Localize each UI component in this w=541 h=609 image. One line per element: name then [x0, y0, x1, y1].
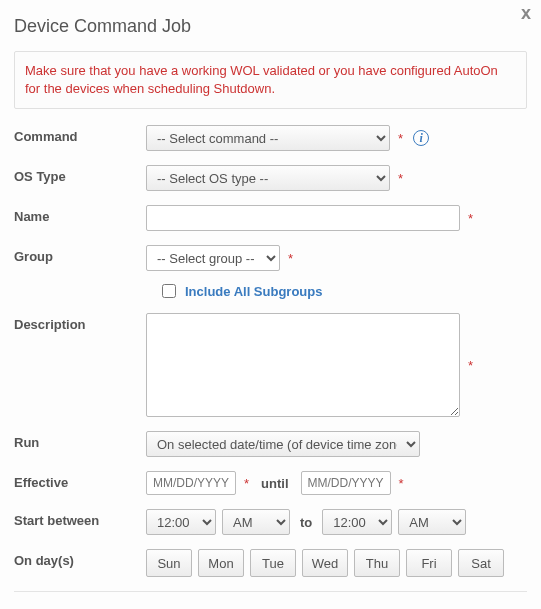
description-textarea[interactable]	[146, 313, 460, 417]
required-marker: *	[468, 358, 473, 373]
name-input[interactable]	[146, 205, 460, 231]
day-button-sat[interactable]: Sat	[458, 549, 504, 577]
required-marker: *	[244, 476, 249, 491]
os-type-label: OS Type	[14, 165, 146, 184]
day-button-thu[interactable]: Thu	[354, 549, 400, 577]
info-icon[interactable]: i	[413, 130, 429, 146]
day-button-sun[interactable]: Sun	[146, 549, 192, 577]
command-select[interactable]: -- Select command --	[146, 125, 390, 151]
form: Command -- Select command -- * i OS Type…	[14, 125, 527, 609]
day-button-tue[interactable]: Tue	[250, 549, 296, 577]
command-label: Command	[14, 125, 146, 144]
description-label: Description	[14, 313, 146, 332]
required-marker: *	[288, 251, 293, 266]
run-label: Run	[14, 431, 146, 450]
required-marker: *	[398, 171, 403, 186]
day-button-fri[interactable]: Fri	[406, 549, 452, 577]
start-ampm-2-select[interactable]: AM	[398, 509, 466, 535]
required-marker: *	[398, 131, 403, 146]
day-button-mon[interactable]: Mon	[198, 549, 244, 577]
os-type-select[interactable]: -- Select OS type --	[146, 165, 390, 191]
effective-label: Effective	[14, 471, 146, 490]
required-marker: *	[468, 211, 473, 226]
include-subgroups-checkbox[interactable]	[162, 284, 176, 298]
effective-from-input[interactable]	[146, 471, 236, 495]
dialog-title: Device Command Job	[14, 16, 527, 37]
name-label: Name	[14, 205, 146, 224]
group-select[interactable]: -- Select group --	[146, 245, 280, 271]
start-between-label: Start between	[14, 509, 146, 528]
device-command-job-dialog: x Device Command Job Make sure that you …	[0, 0, 541, 609]
until-label: until	[261, 476, 288, 491]
effective-until-input[interactable]	[301, 471, 391, 495]
start-hour-1-select[interactable]: 12:00	[146, 509, 216, 535]
run-select[interactable]: On selected date/time (of device time zo…	[146, 431, 420, 457]
start-hour-2-select[interactable]: 12:00	[322, 509, 392, 535]
close-icon[interactable]: x	[521, 4, 531, 22]
required-marker: *	[399, 476, 404, 491]
start-ampm-1-select[interactable]: AM	[222, 509, 290, 535]
group-label: Group	[14, 245, 146, 264]
on-days-label: On day(s)	[14, 549, 146, 568]
warning-message: Make sure that you have a working WOL va…	[14, 51, 527, 109]
divider	[14, 591, 527, 592]
day-button-wed[interactable]: Wed	[302, 549, 348, 577]
include-subgroups-label: Include All Subgroups	[185, 284, 322, 299]
to-label: to	[300, 515, 312, 530]
